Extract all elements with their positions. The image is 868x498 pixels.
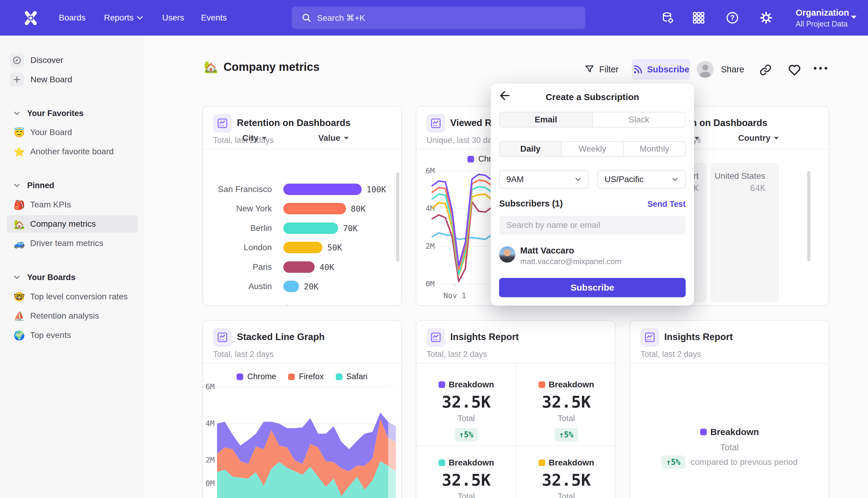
column-header-value[interactable]: Value xyxy=(318,133,349,143)
nav-item-users[interactable]: Users xyxy=(162,0,184,36)
subscriber-search-input[interactable] xyxy=(499,216,686,235)
settings-gear-icon[interactable] xyxy=(760,11,773,24)
legend-swatch xyxy=(439,459,445,466)
copy-link-icon[interactable] xyxy=(759,63,772,77)
sidebar-item-retention-analysis[interactable]: ⛵ Retention analysis xyxy=(6,307,138,325)
sidebar-item-top-level-conversion-rates[interactable]: 🤓 Top level conversion rates xyxy=(6,288,138,305)
sidebar-item-another-favorite-board[interactable]: ⭐ Another favorite board xyxy=(6,143,138,160)
sidebar-item-company-metrics[interactable]: 🏡 Company metrics xyxy=(6,215,138,233)
board-emoji: ⭐ xyxy=(13,146,25,157)
chevron-down-icon xyxy=(13,275,21,280)
sidebar-item-team-kpis[interactable]: 🎒 Team KPIs xyxy=(6,196,138,213)
card-insights-report-single: Insights Report Total, last 2 days Break… xyxy=(630,320,829,498)
card-title: Insights Report xyxy=(664,331,733,342)
metric-breakdown-4[interactable]: Breakdown 32.5K Total ↑5% xyxy=(517,458,615,498)
y-tick: 0M xyxy=(202,479,215,488)
top-navbar: Boards Reports Users Events Search ⌘+K xyxy=(0,0,868,36)
sidebar-section-your-favorites[interactable]: Your Favorites xyxy=(13,105,83,121)
app-window: Boards Reports Users Events Search ⌘+K xyxy=(0,0,868,498)
sidebar-item-your-board[interactable]: 😇 Your Board xyxy=(6,123,138,141)
scrollbar[interactable] xyxy=(396,172,399,261)
metric-breakdown-3[interactable]: Breakdown 32.5K Total ↑5% xyxy=(416,458,516,498)
chart-icon xyxy=(426,114,445,133)
bar xyxy=(283,184,362,195)
card-insights-report-grid: Insights Report Total, last 2 days Break… xyxy=(416,320,615,498)
bar-row[interactable]: Berlin70K xyxy=(203,219,401,238)
y-tick: 6M xyxy=(202,382,215,391)
sidebar-item-top-events[interactable]: 🌍 Top events xyxy=(6,327,138,344)
scrollbar[interactable] xyxy=(807,171,811,261)
divider xyxy=(416,445,615,446)
nav-item-boards[interactable]: Boards xyxy=(59,0,85,36)
sidebar-section-pinned[interactable]: Pinned xyxy=(13,177,54,194)
bar xyxy=(283,242,322,253)
x-tick-label: Nov 1 xyxy=(432,291,477,300)
favorite-heart-icon[interactable] xyxy=(787,63,802,77)
bar-row[interactable]: Bangalore10K xyxy=(203,301,401,306)
filter-funnel-icon xyxy=(584,64,595,75)
metric-breakdown-1[interactable]: Breakdown 32.5K Total ↑5% xyxy=(416,380,516,441)
delta-badge: ↑5% xyxy=(662,456,685,469)
org-project-switcher[interactable]: Organization All Project Data xyxy=(796,8,849,28)
delta-badge: ↑5% xyxy=(555,428,578,441)
delta-badge: ↑5% xyxy=(454,428,478,441)
subscribe-button[interactable]: Subscribe xyxy=(632,59,690,80)
y-tick: 4M xyxy=(202,419,215,428)
nav-item-events[interactable]: Events xyxy=(201,0,227,36)
sidebar-section-your-boards[interactable]: Your Boards xyxy=(13,269,75,286)
share-button[interactable]: Share xyxy=(721,59,744,80)
chart-icon xyxy=(426,328,445,347)
nav-item-reports[interactable]: Reports xyxy=(104,0,143,36)
bar-row[interactable]: New York80K xyxy=(203,199,401,218)
sidebar-item-driver-team-metrics[interactable]: 🚙 Driver team metrics xyxy=(6,235,138,252)
bar xyxy=(283,261,315,273)
sort-caret-icon xyxy=(694,137,699,140)
card-title: Retention on Dashboards xyxy=(237,118,350,128)
time-select[interactable]: 9AM xyxy=(499,170,589,189)
subscribe-submit-button[interactable]: Subscribe xyxy=(499,278,686,297)
sort-caret-icon xyxy=(774,137,779,140)
tab-monthly[interactable]: Monthly xyxy=(623,142,685,156)
chevron-down-icon xyxy=(575,177,582,182)
bar-row[interactable]: London50K xyxy=(203,238,401,257)
chart-icon xyxy=(213,328,232,347)
send-test-link[interactable]: Send Test xyxy=(647,199,686,209)
legend-swatch xyxy=(538,459,545,466)
column-header-country[interactable]: Country xyxy=(738,133,779,143)
plus-icon xyxy=(10,73,24,87)
create-subscription-modal: Create a Subscription Email Slack Daily … xyxy=(491,83,694,306)
board-emoji: 🏡 xyxy=(204,61,218,73)
bar-row[interactable]: Austin20K xyxy=(203,277,401,296)
column-header-city[interactable]: City xyxy=(242,133,267,143)
global-search-input[interactable]: Search ⌘+K xyxy=(292,6,585,29)
tab-daily[interactable]: Daily xyxy=(500,142,561,156)
mixpanel-logo-icon[interactable] xyxy=(23,10,39,26)
bar-row[interactable]: San Francisco100K xyxy=(203,180,401,199)
modal-title: Create a Subscription xyxy=(491,92,694,102)
metric-breakdown[interactable]: Breakdown Total ↑5% compared to previous… xyxy=(630,427,829,469)
data-management-icon[interactable] xyxy=(661,11,675,24)
filter-button[interactable]: Filter xyxy=(584,59,618,80)
sidebar-item-discover[interactable]: Discover xyxy=(10,52,63,69)
legend-swatch xyxy=(288,374,295,380)
chart-legend[interactable]: Chrome Firefox Safari xyxy=(203,372,401,381)
metric-breakdown-2[interactable]: Breakdown 32.5K Total ↑5% xyxy=(517,380,615,441)
chevron-down-icon xyxy=(672,177,678,182)
sidebar-item-new-board[interactable]: New Board xyxy=(10,71,72,88)
segment-panel[interactable]: United States 64K xyxy=(711,163,779,302)
legend-swatch xyxy=(336,374,342,380)
org-name: Organization xyxy=(796,8,849,18)
stacked-area-chart[interactable] xyxy=(216,383,397,498)
tab-weekly[interactable]: Weekly xyxy=(561,142,623,156)
tab-slack[interactable]: Slack xyxy=(592,113,685,127)
apps-grid-icon[interactable] xyxy=(692,11,705,24)
project-name: All Project Data xyxy=(796,19,849,28)
chart-icon xyxy=(640,328,659,347)
more-options-button[interactable] xyxy=(814,67,827,70)
user-avatar[interactable] xyxy=(697,61,714,78)
divider xyxy=(630,363,829,364)
help-icon[interactable]: ? xyxy=(726,11,739,24)
timezone-select[interactable]: US/Pacific xyxy=(597,170,686,189)
tab-email[interactable]: Email xyxy=(500,113,592,127)
bar-row[interactable]: Paris40K xyxy=(203,258,401,277)
